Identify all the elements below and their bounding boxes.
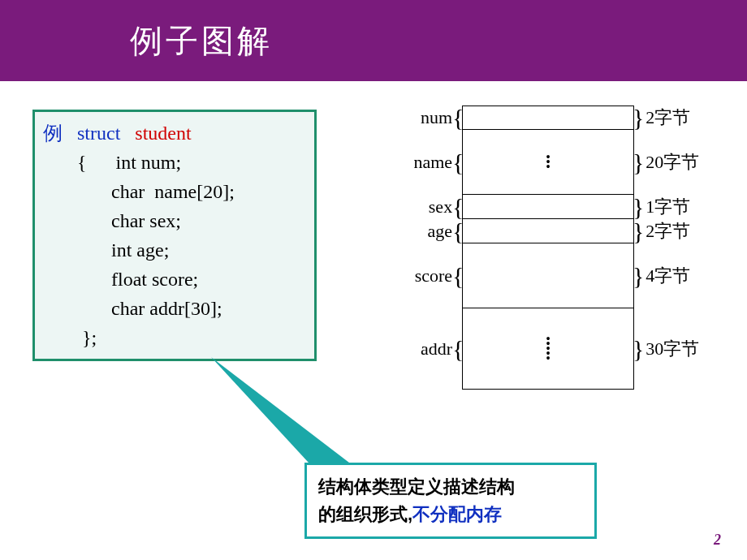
title-bar: 例子图解: [0, 0, 747, 81]
ellipsis-icon: •••: [546, 155, 551, 170]
slide-title: 例子图解: [130, 19, 273, 63]
code-content: 例 struct student { int num; char name[20…: [43, 118, 306, 352]
callout-box: 结构体类型定义描述结构 的组织形式,不分配内存: [304, 463, 597, 539]
memory-size-label: 2字节: [642, 106, 706, 130]
memory-row: age{}2字节: [406, 219, 706, 243]
memory-row: num{}2字节: [406, 106, 706, 130]
memory-row: name{•••}20字节: [406, 130, 706, 195]
brace-right-icon: }: [634, 308, 642, 390]
memory-size-label: 1字节: [642, 195, 706, 219]
memory-row: score{}4字节: [406, 243, 706, 308]
callout-line-1: 结构体类型定义描述结构: [318, 473, 583, 501]
slide: 例子图解 例 struct student { int num; char na…: [0, 0, 747, 560]
brace-right-icon: }: [634, 106, 642, 130]
memory-size-label: 4字节: [642, 243, 706, 308]
brace-right-icon: }: [634, 130, 642, 195]
callout-highlight: 不分配内存: [412, 504, 502, 524]
svg-marker-0: [211, 357, 349, 463]
memory-field-label: sex: [406, 195, 454, 219]
memory-field-label: score: [406, 243, 454, 308]
code-line-5: float score;: [111, 269, 198, 290]
memory-size-label: 30字节: [642, 308, 706, 390]
code-box: 例 struct student { int num; char name[20…: [32, 110, 317, 361]
brace-right-icon: }: [634, 195, 642, 219]
memory-cell: •••: [462, 130, 634, 195]
code-label-example: 例: [43, 123, 63, 144]
memory-field-label: addr: [406, 308, 454, 390]
code-brace-open: {: [77, 152, 87, 173]
memory-cell: [462, 219, 634, 243]
memory-row: sex{}1字节: [406, 195, 706, 219]
ellipsis-icon: •••••: [546, 337, 551, 361]
memory-row: addr{•••••}30字节: [406, 308, 706, 390]
page-number: 2: [714, 532, 721, 549]
memory-diagram: num{}2字节name{•••}20字节sex{}1字节age{}2字节sco…: [406, 106, 706, 390]
code-line-3: char sex;: [111, 210, 181, 231]
brace-right-icon: }: [634, 243, 642, 308]
code-line-2: char name[20];: [111, 181, 235, 202]
code-brace-close: };: [82, 327, 97, 348]
code-line-6: char addr[30];: [111, 298, 222, 319]
memory-size-label: 20字节: [642, 130, 706, 195]
code-line-4: int age;: [111, 239, 169, 261]
brace-left-icon: {: [454, 219, 462, 243]
keyword-student: student: [135, 123, 191, 144]
keyword-struct: struct: [77, 123, 120, 144]
brace-right-icon: }: [634, 219, 642, 243]
memory-cell: •••••: [462, 308, 634, 390]
brace-left-icon: {: [454, 308, 462, 390]
callout-line-2: 的组织形式,不分配内存: [318, 501, 583, 528]
memory-field-label: name: [406, 130, 454, 195]
memory-cell: [462, 106, 634, 130]
memory-field-label: num: [406, 106, 454, 130]
memory-cell: [462, 243, 634, 308]
brace-left-icon: {: [454, 106, 462, 130]
brace-left-icon: {: [454, 195, 462, 219]
code-line-1: int num;: [116, 152, 182, 173]
brace-left-icon: {: [454, 243, 462, 308]
memory-field-label: age: [406, 219, 454, 243]
brace-left-icon: {: [454, 130, 462, 195]
memory-cell: [462, 195, 634, 219]
memory-size-label: 2字节: [642, 219, 706, 243]
